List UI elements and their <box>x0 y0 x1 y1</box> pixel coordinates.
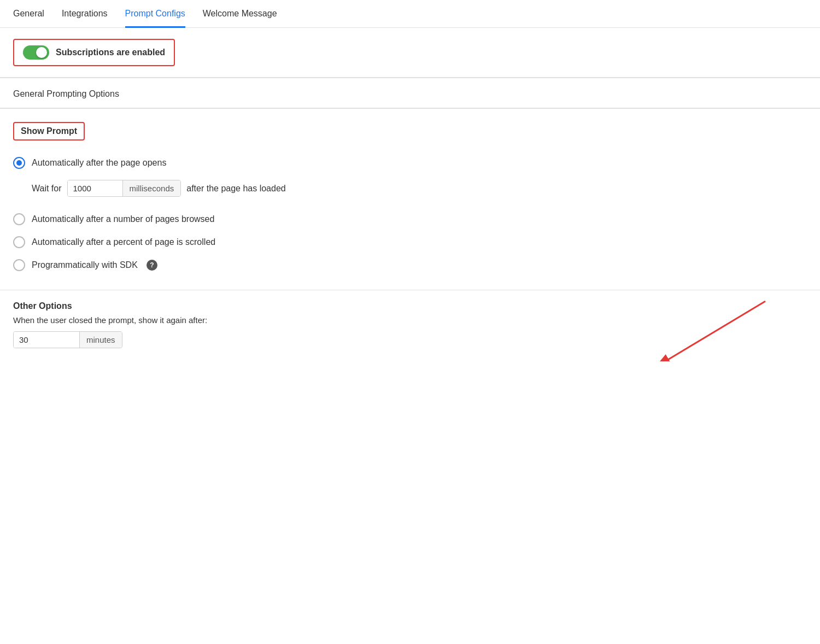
show-prompt-radio-group: Automatically after the page opens Wait … <box>13 151 807 277</box>
wait-for-row: Wait for milliseconds after the page has… <box>13 174 807 202</box>
subscription-label: Subscriptions are enabled <box>56 48 165 57</box>
subscription-toggle[interactable] <box>23 45 49 60</box>
tab-welcome-message[interactable]: Welcome Message <box>203 0 277 28</box>
minutes-input-group: minutes <box>13 331 122 348</box>
radio-percent-scrolled[interactable]: Automatically after a percent of page is… <box>13 231 807 254</box>
minutes-input[interactable] <box>14 332 79 348</box>
radio-pages-browsed[interactable]: Automatically after a number of pages br… <box>13 208 807 231</box>
general-prompting-title: General Prompting Options <box>13 89 119 98</box>
radio-circle-2 <box>13 213 25 225</box>
other-options-description: When the user closed the prompt, show it… <box>13 315 807 325</box>
wait-for-text: Wait for <box>32 184 62 194</box>
sdk-help-icon[interactable]: ? <box>147 260 157 271</box>
radio-label-2: Automatically after a number of pages br… <box>32 214 214 224</box>
radio-label-3: Automatically after a percent of page is… <box>32 237 215 247</box>
other-options-title: Other Options <box>13 301 807 311</box>
radio-label-1: Automatically after the page opens <box>32 158 166 168</box>
radio-label-4: Programmatically with SDK <box>32 260 138 270</box>
wait-suffix: milliseconds <box>122 180 181 196</box>
wait-after-text: after the page has loaded <box>186 184 285 194</box>
subscription-toggle-box[interactable]: Subscriptions are enabled <box>13 39 175 66</box>
general-prompting-header: General Prompting Options <box>0 78 820 108</box>
wait-input-group: milliseconds <box>67 180 181 197</box>
tab-prompt-configs[interactable]: Prompt Configs <box>125 0 185 28</box>
tab-bar: General Integrations Prompt Configs Welc… <box>0 0 820 28</box>
minutes-row: minutes <box>13 331 807 348</box>
other-options-section: Other Options When the user closed the p… <box>0 290 820 361</box>
wait-input[interactable] <box>68 180 122 196</box>
radio-circle-3 <box>13 236 25 248</box>
radio-circle-1 <box>13 157 25 169</box>
tab-integrations[interactable]: Integrations <box>62 0 108 28</box>
show-prompt-label: Show Prompt <box>13 122 85 140</box>
radio-sdk[interactable]: Programmatically with SDK ? <box>13 254 807 277</box>
radio-auto-page-opens[interactable]: Automatically after the page opens <box>13 151 807 174</box>
toggle-thumb <box>36 47 47 58</box>
radio-circle-4 <box>13 259 25 271</box>
minutes-suffix: minutes <box>79 332 122 348</box>
tab-general[interactable]: General <box>13 0 44 28</box>
subscription-section: Subscriptions are enabled <box>0 28 820 78</box>
show-prompt-section: Show Prompt Automatically after the page… <box>0 109 820 290</box>
